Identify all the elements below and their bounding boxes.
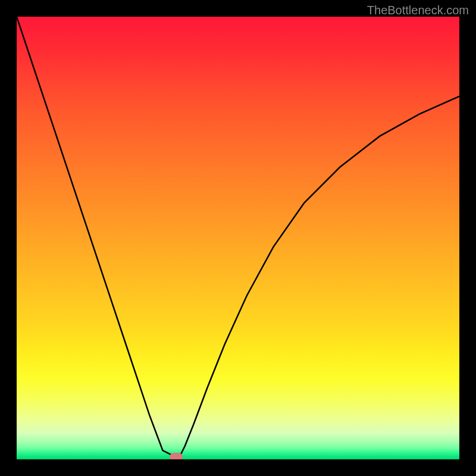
- bottleneck-curve: [17, 17, 459, 457]
- watermark-text: TheBottleneck.com: [367, 4, 469, 17]
- chart-area: [17, 17, 459, 459]
- optimal-point-marker: [170, 453, 183, 459]
- curve-svg: [17, 17, 459, 459]
